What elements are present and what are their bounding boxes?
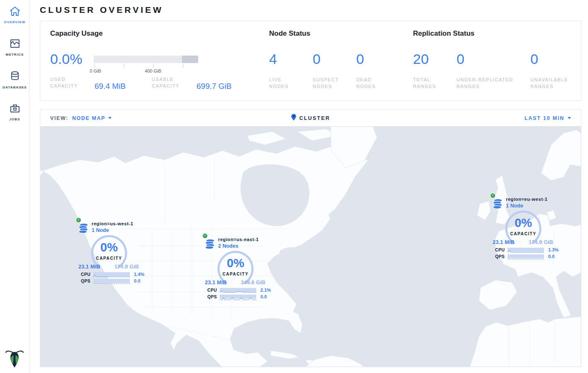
cpu-value: 1.3% — [548, 247, 559, 252]
sidebar-item-label: DATABASES — [0, 85, 29, 89]
qps-value: 0.0 — [548, 254, 554, 259]
capacity-label: CAPACITY — [214, 272, 257, 276]
healthy-check-icon: ✓ — [76, 217, 81, 223]
capacity-percent: 0% — [502, 216, 545, 230]
capacity-tick-0: 0 GiB — [90, 68, 101, 73]
under-replicated-ranges-value: 0 — [457, 51, 464, 67]
sidebar-item-label: OVERVIEW — [0, 20, 29, 24]
qps-sparkline — [220, 295, 256, 299]
capacity-axis-ticks — [94, 64, 198, 68]
total-capacity: 174.9 GiB — [114, 263, 139, 270]
qps-sparkline — [508, 254, 544, 258]
capacity-bar-tail — [182, 56, 198, 63]
sidebar-item-jobs[interactable]: JOBS — [0, 97, 29, 129]
cpu-sparkline — [93, 272, 130, 276]
cpu-sparkline — [220, 288, 256, 292]
cpu-value: 1.4% — [134, 272, 144, 277]
node-marker-us-west-1[interactable]: ✓ region=us-west-1 1 Node — [76, 217, 147, 286]
sidebar-item-label: JOBS — [0, 117, 29, 121]
dead-nodes-label: DEAD NODES — [356, 76, 385, 90]
time-range-value: LAST 10 MIN — [525, 115, 564, 121]
cpu-label: CPU — [81, 272, 93, 277]
healthy-check-icon: ✓ — [202, 233, 208, 239]
cpu-label: CPU — [495, 247, 508, 252]
map-toolbar: VIEW: NODE MAP CLUSTER LAST 10 MIN — [40, 110, 581, 127]
suspect-nodes-value: 0 — [313, 51, 321, 67]
cpu-label: CPU — [207, 288, 220, 293]
unavailable-ranges-label: UNAVAILABLE RANGES — [530, 76, 576, 90]
capacity-label: CAPACITY — [502, 232, 545, 236]
usable-capacity-label: USABLE CAPACITY — [152, 76, 187, 89]
capacity-used-percent: 0.0% — [50, 51, 83, 67]
qps-label: QPS — [495, 254, 508, 259]
view-selector[interactable]: NODE MAP — [72, 115, 112, 121]
capacity-label: CAPACITY — [87, 256, 131, 261]
databases-icon — [9, 71, 21, 83]
page-title: CLUSTER OVERVIEW — [40, 5, 581, 15]
capacity-tick-400: 400 GiB — [145, 68, 161, 73]
used-capacity: 23.1 MiB — [205, 279, 227, 285]
capacity-percent: 0% — [214, 256, 257, 270]
region-label: region=eu-west-1 — [506, 197, 547, 202]
qps-label: QPS — [207, 294, 220, 299]
used-capacity: 23.1 MiB — [493, 239, 515, 245]
qps-value: 0.0 — [260, 294, 267, 299]
map-pin-icon — [291, 114, 296, 122]
node-marker-us-east-1[interactable]: ✓ region=us-east-1 2 Nodes — [202, 233, 274, 302]
region-label: region=us-east-1 — [218, 237, 259, 242]
region-label: region=us-west-1 — [92, 221, 133, 226]
view-label: VIEW: — [50, 115, 68, 121]
healthy-check-icon: ✓ — [490, 193, 496, 198]
dead-nodes-value: 0 — [356, 51, 364, 67]
unavailable-ranges-value: 0 — [530, 51, 538, 67]
used-capacity: 23.1 MiB — [78, 263, 100, 270]
summary-panel: Capacity Usage 0.0% 0 GiB 400 GiB USED C… — [40, 21, 581, 101]
cpu-sparkline — [508, 248, 544, 252]
cockroachdb-logo — [5, 348, 24, 370]
qps-value: 0.0 — [134, 278, 140, 283]
sidebar-item-label: METRICS — [0, 53, 29, 56]
chevron-down-icon — [568, 117, 571, 119]
total-capacity: 174.9 GiB — [529, 239, 553, 245]
qps-sparkline — [93, 279, 130, 283]
live-nodes-value: 4 — [269, 51, 277, 67]
total-ranges-label: TOTAL RANGES — [413, 76, 442, 90]
node-map-panel: VIEW: NODE MAP CLUSTER LAST 10 MIN — [40, 109, 581, 367]
node-status-title: Node Status — [269, 29, 310, 38]
usable-capacity-value: 699.7 GiB — [197, 82, 232, 91]
node-marker-eu-west-1[interactable]: ✓ region=eu-west-1 1 Node — [490, 193, 561, 262]
qps-label: QPS — [81, 278, 93, 283]
capacity-percent: 0% — [87, 241, 131, 254]
capacity-bar — [94, 56, 198, 63]
world-map: ✓ region=us-west-1 1 Node — [40, 127, 581, 367]
home-icon — [9, 6, 21, 18]
breadcrumb[interactable]: CLUSTER — [291, 110, 330, 127]
cpu-value: 2.1% — [260, 288, 271, 293]
sidebar-item-metrics[interactable]: METRICS — [0, 32, 29, 65]
total-capacity: 349.8 GiB — [241, 279, 265, 285]
view-selector-value: NODE MAP — [72, 115, 105, 121]
jobs-icon — [9, 103, 21, 115]
chevron-down-icon — [108, 117, 112, 119]
total-ranges-value: 20 — [413, 51, 429, 67]
live-nodes-label: LIVE NODES — [269, 76, 298, 90]
used-capacity-label: USED CAPACITY — [50, 76, 86, 89]
main-content: CLUSTER OVERVIEW Capacity Usage 0.0% 0 G… — [29, 5, 588, 367]
sidebar: OVERVIEW METRICS DATABASES JOBS — [0, 0, 29, 373]
used-capacity-value: 69.4 MiB — [95, 82, 126, 91]
under-replicated-ranges-label: UNDER-REPLICATED RANGES — [457, 76, 523, 90]
suspect-nodes-label: SUSPECT NODES — [313, 76, 346, 90]
breadcrumb-cluster: CLUSTER — [299, 115, 330, 121]
capacity-usage-title: Capacity Usage — [50, 29, 103, 38]
time-range-selector[interactable]: LAST 10 MIN — [525, 110, 571, 127]
metrics-icon — [9, 38, 21, 51]
replication-status-title: Replication Status — [413, 29, 474, 38]
sidebar-item-databases[interactable]: DATABASES — [0, 65, 29, 97]
sidebar-item-overview[interactable]: OVERVIEW — [0, 0, 29, 32]
